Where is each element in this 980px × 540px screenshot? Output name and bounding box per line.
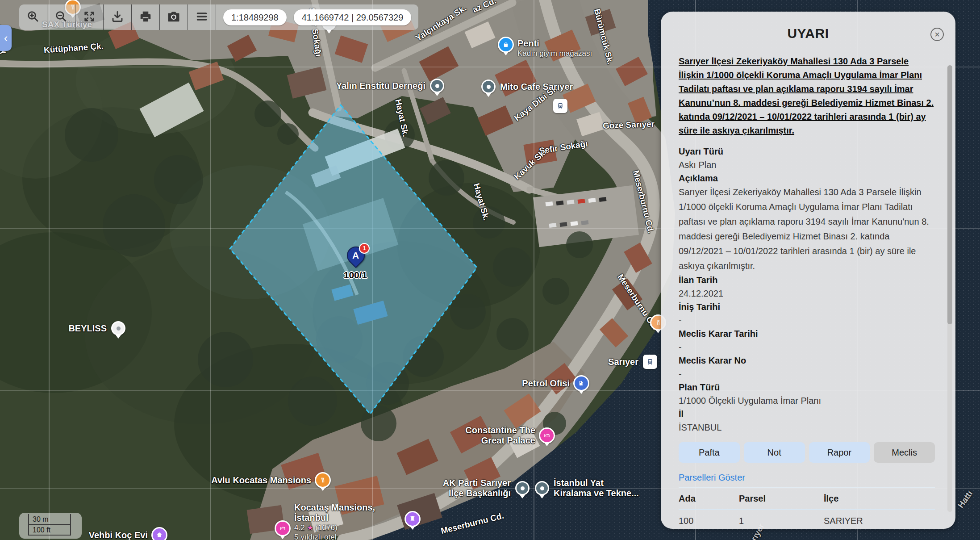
action-buttons: PaftaNotRaporMeclis (679, 442, 935, 463)
table-cell: 1 (739, 510, 824, 532)
street-label: az Cd. (471, 0, 498, 15)
poi-label: Petrol Ofisi (522, 378, 570, 389)
zoom-out-button[interactable] (47, 4, 75, 30)
field-value-2: 24.12.2021 (679, 287, 935, 300)
location-dot-icon[interactable] (515, 481, 530, 495)
download-icon (111, 10, 124, 25)
street-label: Hayat Sk. (393, 98, 410, 138)
scale-bar: 30 m 100 ft (19, 513, 82, 539)
scale-metric: 30 m (28, 514, 71, 525)
field-label-4: Meclis Karar Tarihi (679, 327, 935, 340)
field-label-2: İlan Tarih (679, 273, 935, 287)
field-value-4: - (679, 340, 935, 354)
map-toolbar: 1:18489298 41.1669742 | 29.0567329 (19, 4, 418, 30)
panel-content: Sarıyer İlçesi Zekeriyaköy Mahallesi 130… (679, 54, 935, 532)
poi-label: Vehbi Koç Evi (89, 530, 148, 540)
magnifier-plus-icon (26, 10, 40, 25)
uyari-panel: UYARI × Sarıyer İlçesi Zekeriyaköy Mahal… (661, 12, 955, 529)
chevron-left-icon: ‹ (4, 31, 8, 45)
not-button[interactable]: Not (744, 442, 805, 463)
panel-scrollbar[interactable] (947, 65, 952, 512)
street-label: Göze Sarıyer (603, 119, 655, 131)
field-value-6: 1/1000 Ölçekli Uygulama İmar Planı (679, 394, 935, 407)
map-scale-display[interactable]: 1:18489298 (223, 9, 287, 25)
street-label: Yalçınkaya Sk. (414, 3, 468, 43)
close-button[interactable]: × (930, 28, 944, 41)
street-label: Meserburnu Cd. (631, 169, 656, 234)
screenshot-button[interactable] (160, 4, 188, 30)
scale-imperial: 100 ft (28, 525, 71, 536)
column-header: Parsel (739, 488, 824, 509)
column-header: Ada (679, 488, 739, 509)
street-label: Bürümcük Sk. (592, 8, 615, 65)
poi-label: Yalın Enstitü Derneği (336, 81, 425, 91)
meclis-button[interactable]: Meclis (874, 442, 935, 463)
street-label: Hayat Sk. (471, 182, 492, 222)
table-header-row: AdaParselİlçe (679, 487, 935, 510)
close-icon: × (934, 29, 940, 39)
poi-label: PentiKadın giyim mağazası (517, 38, 592, 58)
table-row[interactable]: 1001SARIYER (679, 510, 935, 532)
street-label: Kütüphane Çk. (43, 41, 104, 55)
transit-station-icon[interactable] (553, 99, 567, 113)
poi-label: Mito Cafe Sarıyer (500, 82, 573, 92)
table-cell: 100 (679, 510, 739, 532)
parcel-table: AdaParselİlçe1001SARIYER (679, 487, 935, 532)
download-button[interactable] (104, 4, 132, 30)
printer-icon (139, 10, 152, 25)
camera-icon (167, 10, 180, 25)
zoom-in-button[interactable] (19, 4, 47, 30)
hamburger-icon (195, 10, 209, 25)
field-value-0: Askı Plan (679, 158, 935, 172)
fullscreen-button[interactable] (75, 4, 104, 30)
table-cell: SARIYER (824, 510, 935, 532)
field-value-1: Sarıyer İlçesi Zekeriyaköy Mahallesi 130… (679, 185, 935, 273)
detail-fields: Uyarı TürüAskı PlanAçıklamaSarıyer İlçes… (679, 145, 935, 434)
poi-label: AK Parti Sarıyerİlçe Başkanlığı (443, 478, 511, 498)
shopping-bag-icon[interactable] (498, 37, 514, 53)
location-dot-icon[interactable] (111, 321, 125, 335)
street-label: Meserburnu Cd. (440, 511, 505, 536)
show-parcels-link[interactable]: Parselleri Göster (679, 473, 745, 483)
star-icon: ★ (307, 524, 313, 532)
marker-badge: 1 (359, 243, 370, 254)
hotel-icon[interactable] (275, 520, 291, 536)
poi-label: BEYLISS (68, 323, 107, 334)
field-value-7: İSTANBUL (679, 421, 935, 434)
field-label-1: Açıklama (679, 172, 935, 185)
marker-parcel-label: 100/1 (344, 270, 367, 280)
home-icon[interactable] (151, 527, 167, 540)
print-button[interactable] (132, 4, 160, 30)
menu-button[interactable] (188, 4, 216, 30)
poi-label: Constantine TheGreat Palace (465, 425, 535, 446)
panel-title: UYARI (661, 26, 955, 41)
map-application: A 1 100/1 YeminSAX TürkiyeKütüphane Çk.S… (0, 0, 980, 540)
coordinates-display: 41.1669742 | 29.0567329 (294, 9, 412, 25)
magnifier-minus-icon (54, 10, 68, 25)
pafta-button[interactable]: Pafta (679, 442, 740, 463)
poi-label: Sarıyer (608, 357, 638, 367)
column-header: İlçe (824, 488, 935, 509)
rapor-button[interactable]: Rapor (809, 442, 870, 463)
expand-arrows-icon (83, 10, 96, 25)
field-label-0: Uyarı Türü (679, 145, 935, 158)
fuel-icon[interactable] (573, 375, 589, 391)
field-label-5: Meclis Karar No (679, 354, 935, 367)
toolbar-buttons (19, 4, 216, 30)
transit-station-icon[interactable] (643, 355, 657, 369)
hotel-icon[interactable] (539, 427, 555, 444)
street-label: Hattı (956, 489, 975, 510)
castle-icon[interactable]: ♜ (405, 511, 421, 527)
location-dot-icon[interactable] (535, 481, 549, 495)
restaurant-icon[interactable] (315, 472, 331, 488)
collapse-panel-button[interactable]: ‹ (0, 25, 12, 51)
location-dot-icon[interactable] (430, 79, 444, 93)
poi-label: Avlu Kocatas Mansions (211, 475, 311, 486)
field-label-3: İniş Tarihi (679, 300, 935, 314)
street-label: Kavuk Sk. (512, 147, 548, 182)
location-dot-icon[interactable] (481, 80, 496, 94)
marker-letter: A (352, 250, 359, 261)
poi-label: Kocataş Mansions,İstanbul4.2 ★ (1076)5 y… (294, 502, 375, 540)
notice-heading-link[interactable]: Sarıyer İlçesi Zekeriyaköy Mahallesi 130… (679, 54, 935, 138)
field-value-5: - (679, 367, 935, 381)
